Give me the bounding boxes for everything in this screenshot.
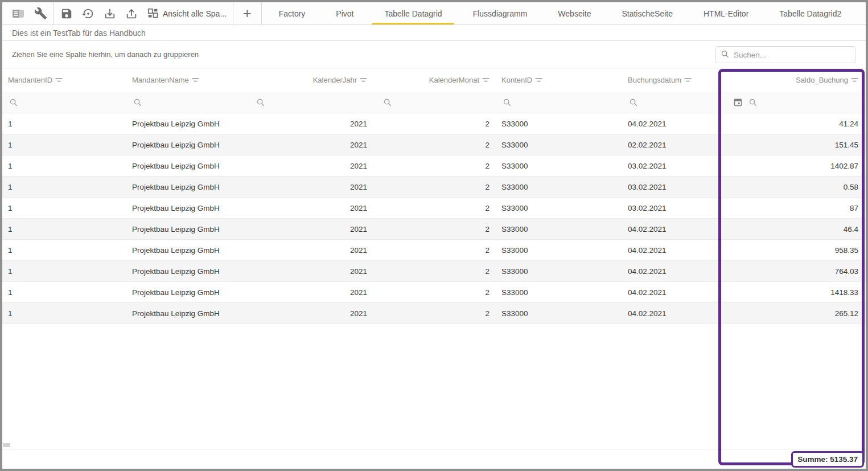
cell-kalenderjahr: 2021: [248, 261, 375, 281]
header-filter-icon[interactable]: [535, 77, 542, 83]
cell-mandantenid: 1: [2, 261, 124, 281]
sum-total-badge: Summe: 5135.37: [791, 451, 864, 468]
cell-mandantenid: 1: [2, 303, 124, 323]
grid-empty-area: [2, 324, 866, 449]
table-row[interactable]: 1Projektbau Leipzig GmbH20212S3300003.02…: [2, 155, 866, 177]
top-toolbar: Ansicht alle Spa... + FactoryPivotTabell…: [2, 2, 866, 25]
settings-wrench-button[interactable]: [30, 2, 52, 24]
filter-cell-saldo_buchung[interactable]: [718, 92, 866, 113]
group-panel[interactable]: Ziehen Sie eine Spalte hierhin, um danac…: [2, 41, 866, 68]
cell-saldo_buchung: 265.12: [718, 303, 866, 323]
cell-saldo_buchung: 151.45: [718, 134, 866, 155]
table-row[interactable]: 1Projektbau Leipzig GmbH20212S3300004.02…: [2, 219, 866, 240]
cell-kalendermonat: 2: [375, 177, 497, 197]
cell-kontenid: S33000: [497, 282, 617, 302]
table-row[interactable]: 1Projektbau Leipzig GmbH20212S3300004.02…: [2, 303, 866, 324]
table-row[interactable]: 1Projektbau Leipzig GmbH20212S3300003.02…: [2, 177, 866, 198]
cell-kontenid: S33000: [497, 155, 617, 176]
download-button[interactable]: [99, 2, 121, 24]
add-tab-button[interactable]: +: [235, 2, 260, 24]
tab-factory[interactable]: Factory: [264, 2, 321, 24]
cell-kalenderjahr: 2021: [248, 198, 375, 218]
cell-buchungsdatum: 03.02.2021: [617, 198, 718, 218]
header-filter-icon[interactable]: [360, 77, 367, 83]
panel-preview-icon: [11, 7, 25, 21]
filter-cell-mandantenid[interactable]: [2, 92, 124, 113]
grid-search-box[interactable]: [715, 46, 855, 63]
summary-cell-mandantenname: [124, 449, 248, 469]
cell-kalendermonat: 2: [375, 134, 497, 155]
cell-kontenid: S33000: [497, 198, 617, 218]
search-icon: [383, 98, 392, 107]
table-row[interactable]: 1Projektbau Leipzig GmbH20212S3300002.02…: [2, 134, 866, 155]
upload-button[interactable]: [121, 2, 142, 24]
filter-cell-buchungsdatum[interactable]: [617, 92, 718, 113]
cell-buchungsdatum: 04.02.2021: [617, 261, 718, 281]
cell-saldo_buchung: 41.24: [718, 113, 866, 134]
tab-tabelle-datagrid2[interactable]: Tabelle Datagrid2: [764, 2, 857, 24]
table-row[interactable]: 1Projektbau Leipzig GmbH20212S3300003.02…: [2, 198, 866, 219]
cell-buchungsdatum: 03.02.2021: [617, 177, 718, 197]
cell-kalenderjahr: 2021: [248, 155, 375, 176]
grid-filter-row: [2, 92, 866, 113]
header-filter-icon[interactable]: [684, 77, 692, 83]
column-header-mandantenid[interactable]: MandantenID: [2, 68, 124, 92]
column-header-mandantenname[interactable]: MandantenName: [124, 68, 248, 92]
upload-icon: [125, 7, 138, 20]
tab-statischeseite[interactable]: StatischeSeite: [606, 2, 688, 24]
column-header-kalendermonat[interactable]: KalenderMonat: [375, 68, 497, 92]
column-header-kontenid[interactable]: KontenID: [497, 68, 617, 92]
tab-tabelle-datagrid[interactable]: Tabelle Datagrid: [369, 2, 457, 24]
save-button[interactable]: [56, 2, 77, 24]
header-filter-icon[interactable]: [55, 77, 63, 83]
cell-mandantenname: Projektbau Leipzig GmbH: [124, 113, 248, 134]
cell-mandantenname: Projektbau Leipzig GmbH: [124, 240, 248, 260]
cell-mandantenname: Projektbau Leipzig GmbH: [124, 134, 248, 155]
table-row[interactable]: 1Projektbau Leipzig GmbH20212S3300004.02…: [2, 282, 866, 303]
wrench-icon: [34, 7, 47, 20]
tab-flussdiagramm[interactable]: Flussdiagramm: [458, 2, 543, 24]
horizontal-scrollbar-thumb[interactable]: [3, 443, 10, 447]
cell-kalenderjahr: 2021: [248, 219, 375, 239]
panel-preview-button[interactable]: [7, 2, 30, 24]
column-header-label: MandantenID: [8, 76, 52, 84]
summary-cell-mandantenid: [2, 449, 124, 469]
cell-buchungsdatum: 04.02.2021: [617, 113, 718, 134]
tab-webseite[interactable]: Webseite: [542, 2, 606, 24]
table-row[interactable]: 1Projektbau Leipzig GmbH20212S3300004.02…: [2, 261, 866, 282]
search-icon: [629, 98, 638, 107]
cell-mandantenid: 1: [2, 177, 124, 197]
header-filter-icon[interactable]: [192, 77, 199, 83]
header-filter-icon[interactable]: [482, 77, 489, 83]
filter-cell-kalendermonat[interactable]: [375, 92, 497, 113]
cell-kontenid: S33000: [497, 261, 617, 281]
header-filter-icon[interactable]: [851, 77, 858, 83]
dashboard-icon: [147, 7, 159, 19]
cell-kontenid: S33000: [497, 240, 617, 260]
table-row[interactable]: 1Projektbau Leipzig GmbH20212S3300004.02…: [2, 240, 866, 261]
cell-kalenderjahr: 2021: [248, 282, 375, 302]
tab-pivot[interactable]: Pivot: [320, 2, 369, 24]
cell-kontenid: S33000: [497, 113, 617, 134]
restore-button[interactable]: [77, 2, 99, 24]
cell-kalendermonat: 2: [375, 113, 497, 134]
cell-buchungsdatum: 04.02.2021: [617, 303, 718, 323]
filter-cell-kalenderjahr[interactable]: [248, 92, 375, 113]
filter-cell-mandantenname[interactable]: [124, 92, 248, 113]
filter-cell-kontenid[interactable]: [497, 92, 617, 113]
tab-html-editor[interactable]: HTML-Editor: [688, 2, 764, 24]
column-header-buchungsdatum[interactable]: Buchungsdatum: [617, 68, 718, 92]
column-header-kalenderjahr[interactable]: KalenderJahr: [248, 68, 375, 92]
search-icon: [256, 98, 265, 107]
search-input[interactable]: [734, 51, 850, 59]
column-header-saldo_buchung[interactable]: Saldo_Buchung: [718, 68, 866, 92]
app-window: Ansicht alle Spa... + FactoryPivotTabell…: [0, 0, 868, 471]
tab-description-bar: Dies ist ein TestTab für das Handbuch: [2, 25, 866, 41]
tab-description-text: Dies ist ein TestTab für das Handbuch: [12, 28, 146, 38]
column-header-label: Buchungsdatum: [628, 76, 681, 84]
toolbar-buttons: Ansicht alle Spa... +: [2, 2, 264, 24]
view-all-columns-button[interactable]: Ansicht alle Spa...: [142, 2, 231, 24]
download-icon: [104, 7, 116, 20]
table-row[interactable]: 1Projektbau Leipzig GmbH20212S3300004.02…: [2, 113, 866, 134]
cell-buchungsdatum: 04.02.2021: [617, 219, 718, 239]
